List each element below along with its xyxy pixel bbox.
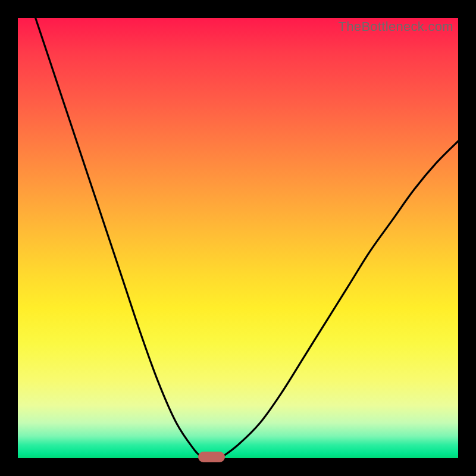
chart-frame: TheBottleneck.com bbox=[0, 0, 476, 476]
right-curve bbox=[220, 141, 458, 458]
left-curve bbox=[36, 18, 203, 458]
bottleneck-marker bbox=[198, 452, 224, 462]
curves-layer bbox=[18, 18, 458, 458]
plot-area: TheBottleneck.com bbox=[18, 18, 458, 458]
